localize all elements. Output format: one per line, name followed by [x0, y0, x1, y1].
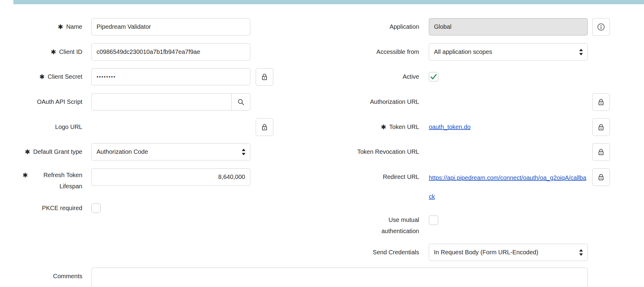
name-input[interactable] [91, 18, 250, 35]
refresh-token-lifespan-label: ✱ Refresh Token Lifespan [9, 170, 82, 192]
pkce-required-label: PKCE required [9, 203, 82, 213]
info-icon [597, 23, 605, 31]
required-asterisk-icon: ✱ [51, 43, 56, 61]
label-text: Token Revocation URL [357, 143, 419, 160]
label-text: Comments [53, 268, 82, 285]
checkmark-icon [429, 72, 438, 81]
logo-url-label: Logo URL [9, 118, 82, 136]
oauth-api-script-field [91, 93, 250, 111]
name-label: ✱ Name [9, 18, 82, 35]
redirect-url-lock-button[interactable] [592, 168, 610, 186]
label-text: Redirect URL [383, 168, 419, 186]
label-text: Application [389, 18, 419, 35]
default-grant-type-select[interactable]: Authorization Code [91, 143, 250, 160]
default-grant-type-label: ✱ Default Grant type [9, 143, 82, 160]
logo-url-lock-button[interactable] [256, 118, 273, 136]
token-url-label: ✱ Token URL [312, 118, 419, 136]
application-value: Global [434, 23, 452, 30]
required-asterisk-icon: ✱ [58, 18, 63, 35]
oauth-api-script-search-button[interactable] [231, 94, 250, 110]
label-text: Client Secret [48, 68, 83, 85]
use-mutual-authentication-checkbox[interactable] [429, 216, 438, 225]
application-info-button[interactable] [592, 18, 610, 36]
send-credentials-label: Send Credentials [312, 244, 419, 261]
label-text: Refresh Token Lifespan [31, 170, 82, 192]
lock-icon [597, 123, 605, 131]
select-value: All application scopes [434, 48, 492, 55]
use-mutual-authentication-label: Use mutual authentication [312, 214, 419, 237]
required-asterisk-icon: ✱ [25, 143, 30, 160]
label-text: Accessible from [376, 43, 419, 61]
window-accent-bar [13, 0, 644, 4]
label-text: OAuth API Script [37, 93, 82, 111]
application-label: Application [312, 18, 419, 35]
required-asterisk-icon: ✱ [39, 68, 45, 85]
redirect-url-label: Redirect URL [312, 168, 419, 186]
authorization-url-lock-button[interactable] [592, 93, 610, 111]
label-text: Default Grant type [33, 143, 82, 160]
label-text: Client ID [59, 43, 82, 61]
send-credentials-select[interactable]: In Request Body (Form URL-Encoded) [429, 244, 588, 261]
lock-icon [261, 73, 268, 81]
label-text: Name [66, 18, 82, 35]
label-text: Token URL [389, 118, 419, 136]
lock-icon [597, 173, 605, 181]
redirect-url-link[interactable]: https://api.pipedream.com/connect/oauth/… [429, 168, 588, 206]
oauth-api-script-label: OAuth API Script [9, 93, 82, 111]
lock-icon [261, 123, 268, 131]
label-text: Send Credentials [373, 244, 419, 261]
client-id-input[interactable] [91, 43, 250, 61]
client-secret-lock-button[interactable] [256, 68, 273, 86]
label-text: Logo URL [55, 118, 82, 136]
label-text: Authorization URL [370, 93, 419, 111]
updown-arrows-icon [242, 148, 246, 156]
updown-arrows-icon [579, 48, 583, 56]
label-text: PKCE required [42, 203, 82, 213]
token-url-link[interactable]: oauth_token.do [429, 118, 471, 136]
oauth-api-script-input[interactable] [92, 94, 231, 110]
search-icon [237, 98, 245, 106]
comments-label: Comments [9, 268, 82, 285]
required-asterisk-icon: ✱ [22, 170, 28, 181]
client-id-label: ✱ Client ID [9, 43, 82, 61]
select-value: In Request Body (Form URL-Encoded) [434, 249, 538, 256]
lock-icon [597, 98, 605, 106]
pkce-required-checkbox[interactable] [91, 203, 101, 213]
label-text: Use mutual authentication [374, 214, 419, 237]
refresh-token-lifespan-input[interactable] [91, 168, 250, 186]
required-asterisk-icon: ✱ [381, 118, 386, 136]
client-secret-input[interactable] [91, 68, 250, 85]
accessible-from-select[interactable]: All application scopes [429, 43, 588, 61]
authorization-url-label: Authorization URL [312, 93, 419, 111]
token-url-lock-button[interactable] [592, 118, 610, 136]
client-secret-label: ✱ Client Secret [9, 68, 82, 85]
token-revocation-url-lock-button[interactable] [592, 143, 610, 161]
accessible-from-label: Accessible from [312, 43, 419, 61]
active-checkbox[interactable] [429, 72, 438, 81]
oauth-application-registry-form: ✱ Name ✱ Client ID ✱ Client Secret OAuth… [0, 0, 644, 287]
comments-textarea[interactable] [91, 268, 588, 287]
lock-icon [597, 148, 605, 156]
select-value: Authorization Code [97, 148, 148, 155]
application-field: Global [429, 18, 588, 35]
updown-arrows-icon [579, 249, 583, 256]
label-text: Active [403, 72, 419, 81]
active-label: Active [312, 72, 419, 81]
token-revocation-url-label: Token Revocation URL [312, 143, 419, 160]
